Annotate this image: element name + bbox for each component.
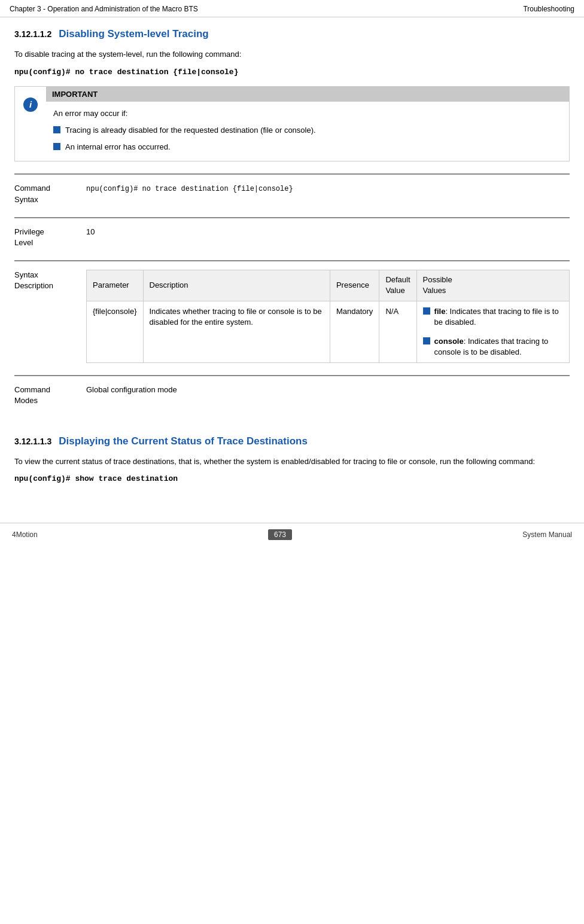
syntax-description-label: SyntaxDescription (14, 270, 86, 363)
section-312112-number: 3.12.1.1.2 (14, 29, 51, 39)
privilege-level-row: PrivilegeLevel 10 (14, 217, 570, 260)
bullet-square-icon-1 (53, 126, 60, 133)
syntax-description-row: SyntaxDescription Parameter Description … (14, 260, 570, 375)
col-default-value: DefaultValue (379, 270, 416, 301)
section-312112-command: npu(config)# no trace destination {file|… (14, 68, 570, 77)
syntax-table: Parameter Description Presence DefaultVa… (86, 270, 570, 363)
privilege-level-value: 10 (86, 227, 570, 248)
section-312112-intro: To disable tracing at the system-level, … (14, 48, 570, 60)
command-syntax-row: CommandSyntax npu(config)# no trace dest… (14, 173, 570, 216)
possible-value-console: console: Indicates that tracing to conso… (423, 336, 563, 358)
section-312113-command: npu(config)# show trace destination (14, 474, 570, 483)
col-possible-values: PossibleValues (416, 270, 569, 301)
bullet-sq-file-icon (423, 307, 430, 315)
important-bullet-text-1: Tracing is already disabled for the requ… (65, 125, 316, 136)
possible-value-file-text: file: Indicates that tracing to file is … (434, 306, 563, 328)
command-syntax-value: npu(config)# no trace destination {file|… (86, 183, 570, 205)
section-312113: 3.12.1.1.3 Displaying the Current Status… (14, 435, 570, 484)
section-312113-intro: To view the current status of trace dest… (14, 456, 570, 468)
cell-description: Indicates whether tracing to file or con… (143, 301, 330, 363)
privilege-level-label: PrivilegeLevel (14, 227, 86, 248)
command-modes-value: Global configuration mode (86, 385, 570, 406)
important-icon-col: i (15, 87, 46, 161)
important-bullet-1: Tracing is already disabled for the requ… (53, 125, 562, 136)
syntax-description-value: Parameter Description Presence DefaultVa… (86, 270, 570, 363)
page-footer: 4Motion 673 System Manual (0, 523, 584, 546)
bullet-sq-console-icon (423, 337, 430, 344)
col-presence: Presence (330, 270, 379, 301)
command-modes-label: CommandModes (14, 385, 86, 406)
info-icon: i (23, 97, 38, 112)
possible-value-file: file: Indicates that tracing to file is … (423, 306, 563, 328)
header-left: Chapter 3 - Operation and Administration… (10, 5, 198, 13)
section-312112-heading: 3.12.1.1.2 Disabling System-level Tracin… (14, 28, 570, 40)
section-312113-heading: 3.12.1.1.3 Displaying the Current Status… (14, 435, 570, 447)
command-modes-row: CommandModes Global configuration mode (14, 375, 570, 418)
table-row: {file|console} Indicates whether tracing… (87, 301, 570, 363)
possible-value-console-text: console: Indicates that tracing to conso… (434, 336, 563, 358)
section-312113-number: 3.12.1.1.3 (14, 437, 51, 446)
syntax-table-header-row: Parameter Description Presence DefaultVa… (87, 270, 570, 301)
footer-left: 4Motion (12, 530, 38, 539)
header-right: Troubleshooting (523, 5, 574, 13)
col-description: Description (143, 270, 330, 301)
important-bullet-2: An internal error has occurred. (53, 142, 562, 153)
col-parameter: Parameter (87, 270, 144, 301)
command-syntax-label: CommandSyntax (14, 183, 86, 205)
cell-parameter: {file|console} (87, 301, 144, 363)
section-312112-title: Disabling System-level Tracing (59, 28, 208, 40)
section-312113-title: Displaying the Current Status of Trace D… (59, 435, 308, 447)
main-content: 3.12.1.1.2 Disabling System-level Tracin… (0, 17, 584, 505)
info-section: CommandSyntax npu(config)# no trace dest… (14, 173, 570, 418)
footer-page-number: 673 (268, 529, 292, 540)
important-content: IMPORTANT An error may occur if: Tracing… (46, 87, 569, 161)
page-header: Chapter 3 - Operation and Administration… (0, 0, 584, 17)
cell-presence: Mandatory (330, 301, 379, 363)
cell-default-value: N/A (379, 301, 416, 363)
footer-right: System Manual (522, 530, 572, 539)
important-bullet-text-2: An internal error has occurred. (65, 142, 171, 153)
important-header: IMPORTANT (46, 87, 569, 102)
cell-possible-values: file: Indicates that tracing to file is … (416, 301, 569, 363)
bullet-square-icon-2 (53, 143, 60, 150)
important-body: An error may occur if: Tracing is alread… (46, 102, 569, 161)
important-box: i IMPORTANT An error may occur if: Traci… (14, 86, 570, 162)
important-body-intro: An error may occur if: (53, 108, 562, 120)
